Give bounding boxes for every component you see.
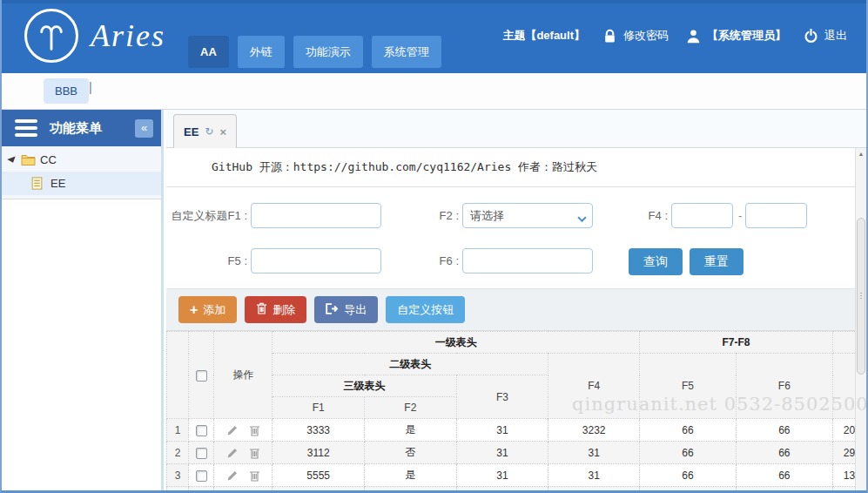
table-row[interactable]: 3 5555 是 31 31 (167, 464, 856, 487)
f6-input[interactable] (462, 248, 593, 274)
cell-f6: 66 (736, 442, 832, 464)
f4-from-input[interactable] (671, 203, 733, 228)
column-header-f6[interactable]: F6 (736, 354, 832, 419)
column-header-f1[interactable]: F1 (273, 397, 365, 419)
cell-f7: 2900000 (832, 442, 855, 464)
cell-f6: 66 (736, 487, 832, 491)
row-actions (214, 442, 273, 464)
cell-f6: 66 (736, 464, 832, 487)
select-all-checkbox[interactable] (196, 370, 207, 382)
row-checkbox[interactable] (196, 425, 207, 436)
row-select-cell (189, 487, 214, 491)
logout-link[interactable]: 退出 (804, 28, 847, 44)
tab-close-icon[interactable]: × (219, 125, 226, 138)
row-select-cell (189, 419, 214, 442)
delete-trash-icon[interactable] (249, 424, 260, 436)
row-checkbox[interactable] (196, 470, 207, 482)
level2-group-header: 二级表头 (273, 354, 548, 375)
f2-select[interactable]: 请选择 (462, 203, 593, 228)
nav-item-external-links[interactable]: 外链 (238, 36, 285, 68)
row-select-cell (189, 442, 214, 464)
cell-f1: 3112 (273, 442, 365, 464)
row-actions (214, 464, 273, 487)
change-password-link[interactable]: 修改密码 (602, 28, 669, 44)
edit-pencil-icon[interactable] (226, 469, 239, 482)
tree-expander-icon[interactable] (7, 156, 17, 164)
delete-trash-icon[interactable] (249, 469, 260, 482)
f2-select-value: 请选择 (470, 208, 504, 224)
plus-icon: + (190, 303, 198, 317)
cell-f3: 31 (456, 464, 548, 487)
sidebar-header: 功能菜单 « (2, 110, 161, 146)
chevron-down-icon (577, 212, 587, 225)
delete-trash-icon[interactable] (249, 447, 260, 459)
cell-f2: 是 (365, 487, 457, 491)
scrollbar-thumb[interactable] (857, 218, 865, 375)
level1-group-header: 一级表头 (273, 332, 640, 354)
f5-input[interactable] (251, 248, 381, 274)
sidebar-collapse-button[interactable]: « (135, 119, 153, 138)
table-row[interactable]: 2 3112 否 31 31 (167, 442, 856, 464)
column-header-f4[interactable]: F4 (548, 354, 640, 419)
column-header-f7[interactable]: F7 (832, 354, 855, 419)
theme-label[interactable]: 主题【default】 (502, 28, 585, 44)
tree-node-label: EE (50, 177, 65, 190)
tree-node-ee[interactable]: EE (2, 172, 161, 195)
app-logo[interactable]: Aries (24, 9, 165, 63)
tab-refresh-icon[interactable]: ↻ (205, 125, 213, 138)
cell-f2: 否 (365, 442, 457, 464)
table-row[interactable]: 4 3116 是 666 21 (167, 487, 856, 491)
add-button[interactable]: + 添加 (178, 296, 237, 323)
custom-button[interactable]: 自定义按钮 (386, 296, 465, 323)
main-nav: AA 外链 功能演示 系统管理 (188, 36, 441, 68)
operation-header: 操作 (214, 332, 273, 419)
f6-field-label: F6 : (427, 248, 459, 274)
f5-field-label: F5 : (171, 248, 247, 274)
content-panel: GitHub 开源：https://github.com/cyq1162/Ari… (166, 148, 855, 490)
f2-field-label: F2 : (427, 203, 459, 229)
nav-item-system-admin[interactable]: 系统管理 (372, 36, 441, 68)
reset-button[interactable]: 重置 (690, 248, 744, 275)
select-all-header (189, 332, 214, 419)
query-button[interactable]: 查询 (629, 248, 683, 275)
edit-pencil-icon[interactable] (226, 424, 239, 436)
level3-group-header: 三级表头 (273, 375, 456, 397)
tree-node-cc[interactable]: CC (2, 148, 161, 172)
github-info-bar: GitHub 开源：https://github.com/cyq1162/Ari… (166, 148, 855, 187)
f7-f8-group-header: F7-F8 (640, 332, 833, 354)
cell-f4: 21 (548, 487, 640, 491)
trash-icon (256, 302, 267, 317)
cell-f1: 3333 (273, 419, 365, 442)
column-header-f5[interactable]: F5 (640, 354, 737, 419)
cell-f5: 66 (640, 419, 737, 442)
menu-icon[interactable] (15, 119, 37, 137)
main-area: EE ↻ × GitHub 开源：https://github.com/cyq1… (166, 110, 866, 490)
f1-input[interactable] (251, 203, 381, 228)
table-row[interactable]: 1 3333 是 31 3232 (167, 419, 856, 442)
scrollbar-up-icon[interactable]: ▲ (856, 148, 866, 160)
row-actions (214, 487, 273, 491)
document-icon (31, 177, 46, 190)
breadcrumb-item[interactable]: BBB (44, 78, 89, 104)
tab-ee[interactable]: EE ↻ × (173, 114, 237, 148)
row-number: 2 (167, 442, 189, 464)
current-user[interactable]: 【系统管理员】 (686, 28, 786, 44)
delete-button[interactable]: 删除 (245, 296, 306, 323)
nav-item-aa[interactable]: AA (188, 36, 229, 68)
row-number: 1 (167, 419, 189, 442)
github-info-text: GitHub 开源：https://github.com/cyq1162/Ari… (212, 159, 597, 175)
user-name-label: 【系统管理员】 (707, 28, 786, 44)
export-button[interactable]: 导出 (314, 296, 378, 323)
row-checkbox[interactable] (196, 448, 207, 459)
cell-f1: 3116 (273, 487, 365, 491)
column-header-f3[interactable]: F3 (456, 375, 548, 419)
nav-item-feature-demo[interactable]: 功能演示 (293, 36, 363, 68)
column-header-f2[interactable]: F2 (365, 397, 457, 419)
row-number: 4 (167, 487, 189, 491)
data-grid: 操作 一级表头 F7-F8 二级表头 F4 F5 F6 F7 (166, 331, 855, 490)
edit-pencil-icon[interactable] (226, 447, 239, 459)
vertical-scrollbar[interactable]: ▲ (855, 148, 866, 490)
f4-to-input[interactable] (745, 203, 807, 228)
cell-f4: 31 (548, 464, 640, 487)
breadcrumb-bar: BBB | (2, 73, 866, 110)
